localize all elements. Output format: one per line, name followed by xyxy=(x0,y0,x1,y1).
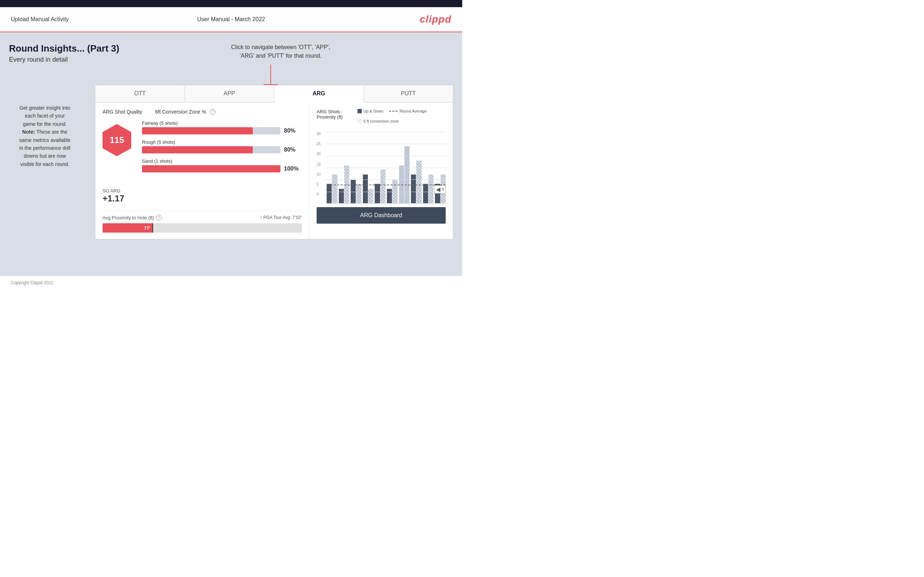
proximity-bar-track: 77' xyxy=(103,223,302,232)
top-bar xyxy=(0,0,462,7)
tabs-bar: OTT APP ARG PUTT xyxy=(95,85,453,103)
bar-label-sand: Sand (1 shots) xyxy=(142,158,302,164)
legend-6ft: 6 ft conversion zone xyxy=(357,119,399,123)
bar-row-rough: Rough (5 shots) 80% xyxy=(142,139,302,153)
header-title: User Manual - March 2022 xyxy=(197,16,265,23)
footer: Copyright Clippd 2021 xyxy=(0,276,462,290)
bar-pct-fairway: 80% xyxy=(284,127,302,134)
y-axis-labels: 0 5 10 15 20 25 30 xyxy=(317,132,326,197)
desc-line7: downs but are now xyxy=(24,153,66,159)
bar-fill-sand xyxy=(142,165,280,172)
proximity-bar-value: 77' xyxy=(144,226,150,231)
desc-line6: in the performance drill xyxy=(19,145,70,151)
bar-pct-rough: 80% xyxy=(284,147,302,153)
annotation-line2: 'ARG' and 'PUTT' for that round. xyxy=(231,52,330,60)
proximity-bar-fill: 77' xyxy=(103,223,152,232)
chart-header: ARG Shots - Proximity (ft) Up & Down Rou… xyxy=(317,109,446,128)
tab-putt[interactable]: PUTT xyxy=(364,85,453,102)
desc-line1: Get greater insight into xyxy=(19,105,70,111)
left-description: Get greater insight into each facet of y… xyxy=(9,104,81,168)
bar-container-fairway: 80% xyxy=(142,127,302,134)
note-label: Note: xyxy=(22,129,35,135)
desc-line3: game for the round. xyxy=(23,121,67,127)
section-header: ARG Shot Quality 6ft Conversion Zone % ? xyxy=(103,109,302,115)
bar-fill-rough xyxy=(142,146,253,153)
chart-wrapper: 0 5 10 15 20 25 30 xyxy=(317,132,446,203)
proximity-header: Avg Proximity to Hole (ft) ? ↑ PGA Tour … xyxy=(103,215,302,221)
legend-hatched-box xyxy=(357,119,362,123)
bar-fill-fairway xyxy=(142,127,253,134)
legend-round-avg: Round Average xyxy=(389,109,427,113)
sg-value: +1.17 xyxy=(103,193,302,203)
footer-text: Copyright Clippd 2021 xyxy=(11,280,53,285)
legend-updown: Up & Down xyxy=(357,109,384,113)
desc-line5: same metrics available xyxy=(19,137,70,143)
proximity-section: Avg Proximity to Hole (ft) ? ↑ PGA Tour … xyxy=(103,211,302,232)
dashboard-card: OTT APP ARG PUTT ARG Shot Quality 6ft Co… xyxy=(95,85,453,239)
header: Upload Manual Activity User Manual - Mar… xyxy=(0,7,462,32)
bar-track-sand xyxy=(142,165,280,172)
proximity-help-icon[interactable]: ? xyxy=(156,215,162,221)
main-content: Round Insights... (Part 3) Every round i… xyxy=(0,32,462,276)
bar-track-fairway xyxy=(142,127,280,134)
hex-badge: 115 xyxy=(103,124,131,156)
hex-value: 115 xyxy=(103,124,131,156)
bar-container-rough: 80% xyxy=(142,146,302,153)
legend-dashed-line xyxy=(389,111,397,111)
chart-area: ◀ 8 xyxy=(326,132,446,203)
conversion-label: 6ft Conversion Zone % xyxy=(155,109,206,115)
legend-square-updown xyxy=(357,109,362,113)
help-icon[interactable]: ? xyxy=(210,109,215,115)
pga-avg: ↑ PGA Tour Avg: 7'10" xyxy=(260,215,302,220)
proximity-label: Avg Proximity to Hole (ft) ? xyxy=(103,215,162,221)
desc-line4: These are the xyxy=(35,129,68,135)
sg-label: SG ARG xyxy=(103,188,302,193)
bars-section: Fairway (5 shots) 80% Rough (5 shots) xyxy=(142,121,302,177)
tab-app[interactable]: APP xyxy=(185,85,275,102)
bar-track-rough xyxy=(142,146,280,153)
tab-ott[interactable]: OTT xyxy=(95,85,185,102)
card-right-panel: ARG Shots - Proximity (ft) Up & Down Rou… xyxy=(309,103,453,239)
logo: clippd xyxy=(420,14,451,25)
tab-arg[interactable]: ARG xyxy=(274,85,364,103)
hex-badge-wrapper: 115 Fairway (5 shots) 80% xyxy=(103,121,302,177)
nav-annotation: Click to navigate between 'OTT', 'APP', … xyxy=(231,43,330,60)
card-body: ARG Shot Quality 6ft Conversion Zone % ?… xyxy=(95,103,453,239)
bar-pct-sand: 100% xyxy=(284,166,302,172)
shot-quality-label: ARG Shot Quality xyxy=(103,109,142,115)
bar-container-sand: 100% xyxy=(142,165,302,172)
upload-manual-link[interactable]: Upload Manual Activity xyxy=(11,16,69,23)
chart-legend: Up & Down Round Average 6 ft conversion … xyxy=(357,109,446,123)
bar-row-fairway: Fairway (5 shots) 80% xyxy=(142,121,302,134)
bar-label-rough: Rough (5 shots) xyxy=(142,139,302,145)
sg-section: SG ARG +1.17 xyxy=(103,185,302,203)
desc-line8: visible for each round. xyxy=(21,161,69,167)
card-left-panel: ARG Shot Quality 6ft Conversion Zone % ?… xyxy=(95,103,309,239)
arg-dashboard-button[interactable]: ARG Dashboard xyxy=(317,207,446,224)
reference-line: ◀ 8 xyxy=(326,185,446,193)
chart-bar-hatched xyxy=(416,161,421,203)
proximity-cursor xyxy=(152,223,153,232)
bar-label-fairway: Fairway (5 shots) xyxy=(142,121,302,126)
annotation-line1: Click to navigate between 'OTT', 'APP', xyxy=(231,43,330,52)
ref-line-label: ◀ 8 xyxy=(434,185,446,193)
chart-bar-highlighted-tall xyxy=(404,146,409,203)
bar-row-sand: Sand (1 shots) 100% xyxy=(142,158,302,172)
desc-line2: each facet of your xyxy=(25,113,65,119)
chart-title: ARG Shots - Proximity (ft) xyxy=(317,109,357,120)
